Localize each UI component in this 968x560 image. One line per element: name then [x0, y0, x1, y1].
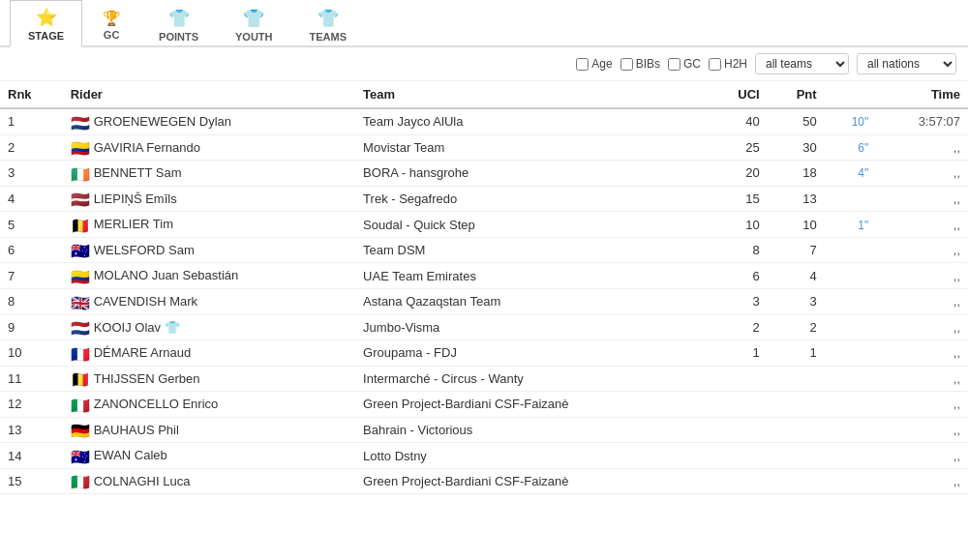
- cell-pnt: [768, 443, 825, 469]
- results-table: Rnk Rider Team UCI Pnt Time 1 🇳🇱GROENEWE…: [0, 81, 968, 494]
- cell-rider: 🇨🇴MOLANO Juan Sebastián: [63, 263, 355, 289]
- cell-bonus: [825, 263, 877, 289]
- cell-bonus: [825, 392, 877, 418]
- cell-time: ,,: [876, 468, 968, 494]
- table-row: 10 🇫🇷DÉMARE Arnaud Groupama - FDJ 1 1 ,,: [0, 340, 968, 367]
- col-time: Time: [876, 81, 968, 108]
- cell-rider: 🇱🇻LIEPIŅŠ Emīls: [63, 186, 355, 212]
- cell-pnt: [768, 392, 825, 418]
- nations-select[interactable]: all nations: [857, 53, 956, 74]
- cell-team: Team Jayco AlUla: [355, 108, 708, 134]
- cell-team: Astana Qazaqstan Team: [355, 288, 708, 314]
- cell-rnk: 14: [0, 443, 63, 469]
- cell-time: ,,: [876, 417, 968, 443]
- cell-bonus: 6": [825, 134, 877, 161]
- cell-team: Intermarché - Circus - Wanty: [355, 366, 708, 392]
- cell-rnk: 13: [0, 417, 63, 443]
- cell-rider: 🇳🇱KOOIJ Olav 👕: [63, 314, 355, 340]
- teams-icon: 👕: [318, 8, 339, 29]
- tab-youth-label: YOUTH: [235, 31, 273, 43]
- cell-time: ,,: [876, 340, 968, 367]
- cell-time: 3:57:07: [876, 108, 968, 134]
- age-filter[interactable]: Age: [576, 57, 612, 71]
- flag-icon: 🇨🇴: [71, 270, 90, 283]
- bibs-checkbox[interactable]: [620, 58, 633, 71]
- bonus-value: 4": [858, 166, 868, 180]
- h2h-checkbox[interactable]: [709, 58, 721, 71]
- cell-pnt: 50: [768, 108, 825, 134]
- cell-rider: 🇩🇪BAUHAUS Phil: [63, 417, 355, 443]
- cell-rider: 🇧🇪MERLIER Tim: [63, 212, 355, 238]
- cell-rnk: 10: [0, 340, 63, 367]
- cell-pnt: [768, 468, 825, 494]
- cell-pnt: 2: [768, 314, 825, 340]
- cell-rider: 🇮🇪BENNETT Sam: [63, 161, 355, 187]
- cell-uci: [708, 468, 767, 494]
- flag-icon: 🇩🇪: [71, 424, 90, 437]
- cell-rider: 🇨🇴GAVIRIA Fernando: [63, 134, 355, 161]
- cell-time: ,,: [876, 237, 968, 263]
- bibs-filter[interactable]: BIBs: [620, 57, 660, 71]
- cell-rnk: 12: [0, 392, 63, 418]
- cell-time: ,,: [876, 186, 968, 212]
- cell-team: Green Project-Bardiani CSF-Faizanè: [355, 468, 708, 494]
- tab-stage-label: STAGE: [28, 30, 64, 42]
- cell-rider: 🇮🇹ZANONCELLO Enrico: [63, 392, 355, 418]
- col-rider: Rider: [63, 81, 355, 108]
- cell-bonus: 10": [825, 108, 877, 134]
- h2h-label: H2H: [724, 57, 747, 71]
- cell-pnt: 4: [768, 263, 825, 289]
- flag-icon: 🇧🇪: [71, 219, 90, 232]
- flag-icon: 🇬🇧: [71, 296, 90, 309]
- h2h-filter[interactable]: H2H: [709, 57, 747, 71]
- flag-icon: 🇮🇪: [71, 167, 90, 181]
- cell-bonus: [825, 314, 877, 340]
- cell-team: Trek - Segafredo: [355, 186, 708, 212]
- bonus-value: 1": [858, 219, 868, 232]
- cell-team: Green Project-Bardiani CSF-Faizanè: [355, 392, 708, 418]
- table-row: 12 🇮🇹ZANONCELLO Enrico Green Project-Bar…: [0, 392, 968, 418]
- cell-time: ,,: [876, 288, 968, 314]
- col-rnk: Rnk: [0, 81, 63, 108]
- cell-pnt: [768, 417, 825, 443]
- cell-uci: 40: [708, 108, 767, 134]
- flag-icon: 🇱🇻: [71, 192, 90, 206]
- flag-icon: 🇨🇴: [71, 141, 90, 155]
- cell-bonus: [825, 340, 877, 367]
- cell-pnt: [768, 366, 825, 392]
- table-row: 3 🇮🇪BENNETT Sam BORA - hansgrohe 20 18 4…: [0, 161, 968, 187]
- tab-points[interactable]: 👕 POINTS: [140, 1, 217, 46]
- cell-pnt: 3: [768, 288, 825, 314]
- tab-youth[interactable]: 👕 YOUTH: [217, 1, 291, 46]
- cell-uci: 8: [708, 237, 767, 263]
- cell-uci: 1: [708, 340, 767, 367]
- cell-pnt: 18: [768, 161, 825, 187]
- cell-uci: 10: [708, 212, 767, 238]
- teams-select[interactable]: all teams: [755, 53, 849, 74]
- youth-icon: 👕: [243, 8, 264, 29]
- cell-rider: 🇫🇷DÉMARE Arnaud: [63, 340, 355, 367]
- cell-time: ,,: [876, 161, 968, 187]
- cell-team: BORA - hansgrohe: [355, 161, 708, 187]
- table-row: 2 🇨🇴GAVIRIA Fernando Movistar Team 25 30…: [0, 134, 968, 161]
- age-checkbox[interactable]: [576, 58, 589, 71]
- tab-gc[interactable]: 🏆 GC: [82, 3, 140, 44]
- cell-time: ,,: [876, 443, 968, 469]
- cell-rider: 🇮🇹COLNAGHI Luca: [63, 468, 355, 494]
- cell-bonus: [825, 468, 877, 494]
- stage-icon: ⭐: [36, 7, 57, 28]
- table-row: 13 🇩🇪BAUHAUS Phil Bahrain - Victorious ,…: [0, 417, 968, 443]
- tab-stage[interactable]: ⭐ STAGE: [10, 0, 82, 47]
- tab-teams[interactable]: 👕 TEAMS: [291, 1, 366, 46]
- cell-rnk: 7: [0, 263, 63, 289]
- gc-filter[interactable]: GC: [668, 57, 701, 71]
- cell-rider: 🇳🇱GROENEWEGEN Dylan: [63, 108, 355, 134]
- cell-uci: [708, 392, 767, 418]
- cell-rnk: 9: [0, 314, 63, 340]
- age-label: Age: [591, 57, 612, 71]
- cell-team: Soudal - Quick Step: [355, 212, 708, 238]
- gc-icon: 🏆: [103, 10, 121, 27]
- cell-bonus: [825, 186, 877, 212]
- gc-checkbox[interactable]: [668, 58, 681, 71]
- cell-bonus: [825, 237, 877, 263]
